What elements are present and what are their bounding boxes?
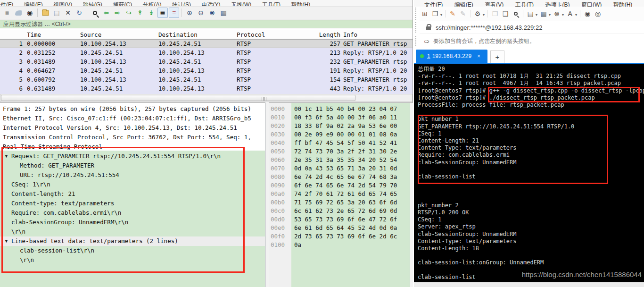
display-filter-input[interactable]: 应用显示过滤器 … <Ctrl-/> <box>0 20 413 28</box>
detail-tcp[interactable]: Transmission Control Protocol, Src Port:… <box>3 133 251 142</box>
hex-bytes[interactable]: ff bf 47 45 54 5f 50 41 52 41 <box>294 139 397 147</box>
column-header-protocol[interactable]: Protocol <box>237 30 265 39</box>
packet-list-hscrollbar[interactable] <box>0 94 413 102</box>
packet-row-5[interactable]: 5 0.600792 10.100.254.13 10.245.24.51 RT… <box>0 75 413 84</box>
hex-bytes[interactable]: 53 65 73 73 69 6f 6e 47 72 6f <box>294 215 397 224</box>
chevron-down-icon[interactable]: ▾ <box>549 13 551 17</box>
menu-go[interactable]: 跳转(G) <box>79 1 107 7</box>
column-header-source[interactable]: Source <box>80 30 101 39</box>
packet-row-6[interactable]: 6 0.631489 10.245.24.51 10.100.254.13 RT… <box>0 84 413 94</box>
bell-icon[interactable]: ◉ <box>583 8 592 19</box>
menu-analyze[interactable]: 分析(A) <box>139 1 166 7</box>
menu-telephony[interactable]: 电话(Y) <box>198 1 225 7</box>
hex-bytes[interactable]: 72 74 73 70 3a 2f 2f 31 30 2e <box>294 147 397 156</box>
paste-icon[interactable]: ❑ <box>501 8 510 19</box>
hex-bytes[interactable]: 00 2e 09 e9 00 00 01 01 08 0a <box>294 130 397 139</box>
close-file-icon[interactable]: ✕ <box>63 8 73 18</box>
hex-bytes[interactable]: 71 75 69 72 65 3a 20 63 6f 6d <box>294 198 397 207</box>
go-first-packet-icon[interactable]: ↟ <box>135 8 145 18</box>
menu-view[interactable]: 视图(V) <box>49 1 76 7</box>
start-capture-icon[interactable] <box>13 8 24 18</box>
copy-icon[interactable]: ❐ <box>490 8 500 19</box>
hex-bytes[interactable]: 74 2f 70 61 72 61 6d 65 74 65 <box>294 190 397 198</box>
address-bar[interactable]: ssh://minger:******@192.168.43.229:22 <box>420 21 644 34</box>
packet-row-2[interactable]: 2 0.031252 10.245.24.51 10.100.254.13 RT… <box>0 48 413 57</box>
add-session-arrow-icon[interactable]: ⇨ <box>424 38 429 45</box>
menu-help[interactable]: 帮助(H) <box>287 1 315 7</box>
menu-capture[interactable]: 捕获(C) <box>108 1 136 7</box>
web-browser-icon[interactable]: ⊛ <box>552 8 561 19</box>
layout-icon[interactable]: ▦ <box>539 8 548 19</box>
go-to-packet-icon[interactable]: ↪ <box>124 8 134 18</box>
hex-bytes[interactable]: 00 f3 6f 5a 40 00 3f 06 a0 11 <box>294 113 397 122</box>
terminal[interactable]: 总用量 20 -rw-r--r--. 1 root root 10718 1月 … <box>414 64 644 282</box>
zoom-in-icon[interactable]: ⊕ <box>184 8 195 18</box>
go-forward-icon[interactable]: ⇨ <box>112 8 123 18</box>
close-tab-icon[interactable]: × <box>477 53 480 59</box>
packet-row-3[interactable]: 3 0.031489 10.100.254.13 10.245.24.51 RT… <box>0 57 413 66</box>
autoscroll-icon[interactable]: ≣ <box>157 8 168 18</box>
reload-file-icon[interactable]: ↻ <box>74 8 84 18</box>
new-session-icon[interactable]: ⊞ <box>420 8 429 19</box>
chevron-down-icon[interactable]: ▾ <box>575 13 577 17</box>
find-icon[interactable] <box>511 8 520 19</box>
column-header-time[interactable]: Time <box>27 30 41 39</box>
chevron-down-icon[interactable]: ▾ <box>483 13 485 17</box>
open-session-icon[interactable]: ❐ <box>430 8 440 19</box>
session-properties-icon[interactable]: ⚙ <box>473 8 482 19</box>
hex-bytes[interactable]: 2d 73 65 73 73 69 6f 6e 2d 6c <box>294 232 397 241</box>
column-header-info[interactable]: Info <box>343 30 357 39</box>
resize-columns-icon[interactable]: ▦ <box>218 8 229 18</box>
chevron-down-icon[interactable]: ▾ <box>536 13 537 17</box>
zoom-out-icon[interactable]: ⊖ <box>196 8 206 18</box>
find-packet-icon[interactable] <box>90 8 100 18</box>
menu-file[interactable]: 件(F) <box>0 1 17 7</box>
stop-capture-icon[interactable]: ■ <box>2 8 12 18</box>
hex-bytes[interactable]: 6c 61 62 73 2e 65 72 6d 69 0d <box>294 207 397 215</box>
hex-bytes[interactable]: 6f 6e 74 65 6e 74 2d 54 79 70 <box>294 181 397 190</box>
capture-options-icon[interactable]: ◉ <box>25 8 35 18</box>
hex-bytes[interactable]: 0a <box>294 241 301 249</box>
new-tab-button[interactable]: + <box>490 51 504 63</box>
menu-statistics[interactable]: 统计(S) <box>168 1 195 7</box>
detail-ethernet[interactable]: Ethernet II, Src: Cisco_07:c1:ff (00:23:… <box>3 114 251 123</box>
infobar-drag-handle[interactable] <box>415 36 416 46</box>
go-last-packet-icon[interactable]: ↡ <box>146 8 157 18</box>
hex-bytes[interactable]: 0d 0a 43 53 65 71 3a 20 31 0d <box>294 164 397 173</box>
menu-wireless[interactable]: 无线(W) <box>227 1 256 7</box>
packet-row-4[interactable]: 4 0.064627 10.245.24.51 10.100.254.13 RT… <box>0 66 413 75</box>
open-file-icon[interactable] <box>40 8 50 18</box>
column-header-length[interactable]: Length <box>292 30 340 39</box>
cell-destination: 10.100.254.13 <box>158 66 205 75</box>
packet-details-pane[interactable]: Frame 1: 257 bytes on wire (2056 bits), … <box>0 102 265 287</box>
detail-ip[interactable]: Internet Protocol Version 4, Src: 10.100… <box>3 123 237 133</box>
addressbar-drag-handle[interactable] <box>415 22 416 33</box>
hex-dump-pane[interactable]: 000000 1c 11 b5 40 b4 00 23 04 07 001000… <box>269 102 413 287</box>
hex-bytes[interactable]: 6e 61 6d 65 64 45 52 4d 0d 0a <box>294 224 397 232</box>
colorize-icon[interactable]: ≡ <box>169 8 179 18</box>
hscrollbar-thumb[interactable] <box>1 95 355 101</box>
detail-frame[interactable]: Frame 1: 257 bytes on wire (2056 bits), … <box>3 104 251 114</box>
ssh-address[interactable]: ssh://minger:******@192.168.43.229:22 <box>436 24 542 31</box>
zoom-reset-icon[interactable]: ⊜ <box>207 8 217 18</box>
chevron-down-icon[interactable]: ▾ <box>440 13 442 17</box>
save-file-icon[interactable]: ▤ <box>51 8 62 18</box>
transparency-icon[interactable]: ◎ <box>593 8 603 19</box>
hex-bytes[interactable]: 18 33 8f 9a 02 2a 9a 53 6e 00 <box>294 122 397 130</box>
hex-bytes[interactable]: 6e 74 2d 4c 65 6e 67 74 68 3a <box>294 173 397 181</box>
print-icon[interactable]: ▤ <box>526 8 535 19</box>
disconnect-icon[interactable]: ✎ <box>458 8 468 19</box>
hex-bytes[interactable]: 2e 35 31 3a 35 35 34 20 52 54 <box>294 156 397 164</box>
reconnect-icon[interactable]: ✎ <box>448 8 457 19</box>
tab-session-active[interactable]: 1 192.168.43.229 × <box>416 50 487 63</box>
go-back-icon[interactable]: ⇦ <box>101 8 111 18</box>
hex-bytes[interactable]: 00 1c 11 b5 40 b4 00 23 04 07 <box>294 105 397 113</box>
menu-tools[interactable]: 工具(T) <box>258 1 285 7</box>
column-header-destination[interactable]: Destination <box>158 30 198 39</box>
toolbar-drag-handle[interactable] <box>415 8 416 20</box>
hex-scrollbar[interactable] <box>410 103 413 287</box>
chevron-down-icon[interactable]: ▾ <box>562 13 564 17</box>
menu-edit[interactable]: 编辑(E) <box>20 1 47 7</box>
packet-row-1[interactable]: 1 0.000000 10.100.254.13 10.245.24.51 RT… <box>0 39 413 48</box>
font-icon[interactable]: A <box>565 8 575 19</box>
